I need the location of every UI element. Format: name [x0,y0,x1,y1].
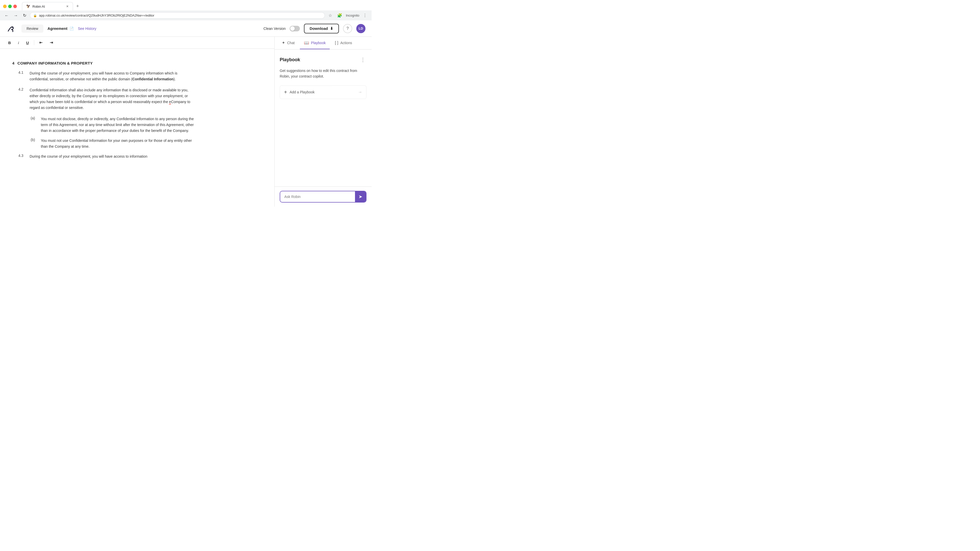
add-playbook-left: + Add a Playbook [284,89,315,95]
active-tab[interactable]: 🦅 Robin AI ✕ [22,2,73,11]
add-playbook-button[interactable]: + Add a Playbook → [280,86,366,99]
download-icon: ⬇ [330,26,333,31]
tab-favicon: 🦅 [26,4,30,8]
spelling-error-word: e [169,100,171,104]
section-4-title: COMPANY INFORMATION & PROPERTY [18,61,93,65]
user-avatar[interactable]: LD [356,24,366,33]
svg-point-0 [12,27,13,28]
agreement-text: Agreement [48,26,67,30]
formatting-toolbar: B i U ⇤ ⇥ [0,37,274,49]
editor-pane[interactable]: B i U ⇤ ⇥ 4 COMPANY INFORMATION & PROPER… [0,37,275,206]
new-tab-button[interactable]: + [74,3,81,10]
forward-button[interactable]: → [12,12,19,19]
tab-chat-label: Chat [287,41,295,45]
document-content: 4 COMPANY INFORMATION & PROPERTY 4.1 Dur… [0,49,209,173]
section-4-title-row: 4 COMPANY INFORMATION & PROPERTY [12,61,197,65]
bold-button[interactable]: B [6,40,13,46]
main-layout: B i U ⇤ ⇥ 4 COMPANY INFORMATION & PROPER… [0,37,372,206]
header-right: Clean Version Download ⬇ ? LD [263,24,366,33]
back-button[interactable]: ← [3,12,10,19]
browser-toolbar: ← → ↻ 🔒 app.robinai.co.uk/review/contrac… [0,11,372,21]
tab-actions[interactable]: [ ] Actions [331,37,356,49]
minimize-button[interactable] [3,5,6,8]
actions-icon: [ ] [335,41,338,45]
tab-bar: 🦅 Robin AI ✕ + [19,2,84,11]
address-url: app.robinai.co.uk/review/contract/Q29udH… [39,14,154,17]
tab-actions-label: Actions [340,41,352,45]
playbook-icon: 📖 [304,40,309,45]
underline-button[interactable]: U [24,40,31,46]
ask-robin-input[interactable] [280,192,355,202]
playbook-title: Playbook [280,57,300,62]
address-bar[interactable]: 🔒 app.robinai.co.uk/review/contract/Q29u… [30,12,325,19]
clean-version-toggle[interactable] [290,26,300,32]
tab-title: Robin AI [32,5,45,8]
header-nav: Review Agreement 📄 See History [21,24,263,33]
tab-chat[interactable]: ✦ Chat [278,37,299,49]
address-lock-icon: 🔒 [33,14,37,17]
indent-right-button[interactable]: ⇥ [48,39,55,46]
tab-close-button[interactable]: ✕ [66,5,68,8]
clause-4-1-text: During the course of your employment, yo… [30,70,197,82]
clause-4-3: 4.3 During the course of your employment… [12,154,197,159]
maximize-button[interactable] [8,5,12,8]
app-header: Review Agreement 📄 See History Clean Ver… [0,21,372,37]
download-label: Download [310,26,328,30]
add-playbook-label: Add a Playbook [290,90,315,94]
italic-button[interactable]: i [16,40,21,46]
toolbar-separator [34,40,34,45]
playbook-header: Playbook ⋮ [280,56,366,64]
playbook-description: Get suggestions on how to edit this cont… [280,68,366,79]
browser-chrome: 🦅 Robin AI ✕ + ← → ↻ 🔒 app.robinai.co.uk… [0,0,372,21]
sub-clause-b-label: (b) [30,138,37,149]
clause-4-2: 4.2 Confidential Information shall also … [12,87,197,111]
chat-icon: ✦ [282,40,285,45]
add-playbook-plus-icon: + [284,89,287,95]
playbook-panel: Playbook ⋮ Get suggestions on how to edi… [275,49,372,186]
close-button[interactable] [13,5,17,8]
toggle-knob [290,26,295,31]
download-button[interactable]: Download ⬇ [304,24,339,33]
clause-4-2-text: Confidential Information shall also incl… [30,87,197,111]
see-history-button[interactable]: See History [78,27,96,30]
sub-clause-a-label: (a) [30,116,37,134]
sub-clause-a-text: You must not disclose, directly or indir… [41,116,197,134]
clause-4-1-number: 4.1 [18,70,27,82]
logo [6,24,15,33]
clause-4-2-number: 4.2 [18,87,27,111]
robin-logo-icon [6,24,15,33]
section-4-number: 4 [12,61,14,65]
help-icon: ? [347,26,349,31]
tab-playbook[interactable]: 📖 Playbook [300,37,330,49]
sidebar-tabs: ✦ Chat 📖 Playbook [ ] Actions [275,37,372,49]
clause-4-3-number: 4.3 [18,154,27,159]
ask-robin-submit-button[interactable]: ➤ [355,191,366,202]
browser-titlebar: 🦅 Robin AI ✕ + [0,0,372,11]
indent-left-button[interactable]: ⇤ [37,39,45,46]
bookmark-button[interactable]: ☆ [327,12,334,19]
incognito-label: Incognito [346,14,360,17]
ask-robin-area: ➤ [275,186,372,206]
clause-4-1: 4.1 During the course of your employment… [12,70,197,82]
sub-clause-a: (a) You must not disclose, directly or i… [12,116,197,134]
sub-clause-b: (b) You must not use Confidential Inform… [12,138,197,149]
clause-4-3-text: During the course of your employment, yo… [30,154,147,159]
agreement-file-icon: 📄 [69,27,74,30]
tab-playbook-label: Playbook [311,41,326,45]
sidebar-pane: ✦ Chat 📖 Playbook [ ] Actions Playbook ⋮… [275,37,372,206]
clean-version-label: Clean Version [263,27,286,30]
help-button[interactable]: ? [343,24,352,33]
confidential-info-term: Confidential Information [132,77,173,81]
reload-button[interactable]: ↻ [21,12,28,19]
review-button[interactable]: Review [21,24,43,33]
window-controls [3,5,17,8]
agreement-label: Agreement 📄 [48,26,74,30]
sub-clause-b-text: You must not use Confidential Informatio… [41,138,197,149]
add-playbook-arrow-icon: → [358,90,362,94]
browser-menu-button[interactable]: ⋮ [361,12,369,19]
ask-robin-input-row: ➤ [280,191,366,203]
extensions-button[interactable]: 🧩 [336,12,344,19]
playbook-menu-button[interactable]: ⋮ [360,56,366,64]
submit-icon: ➤ [359,194,363,200]
